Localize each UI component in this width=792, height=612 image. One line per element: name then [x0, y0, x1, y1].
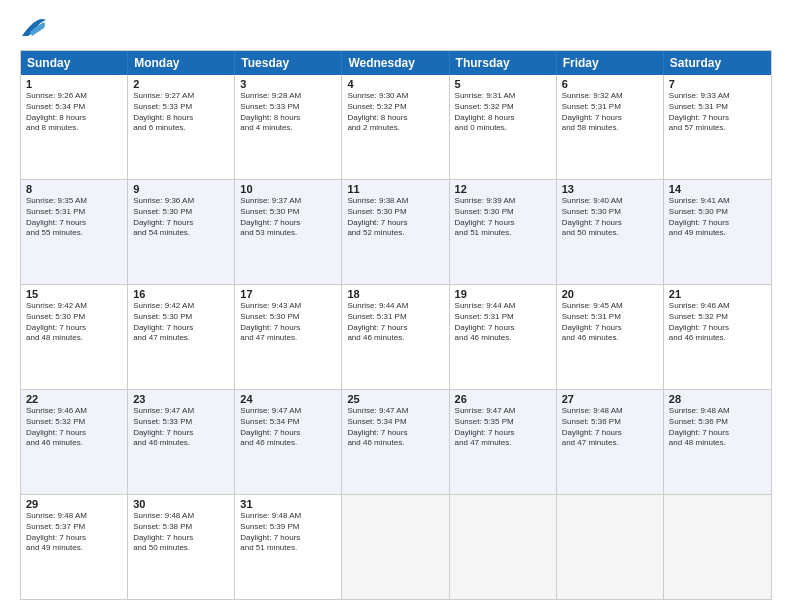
calendar-cell-23: 23Sunrise: 9:47 AMSunset: 5:33 PMDayligh… [128, 390, 235, 494]
calendar-cell-empty [342, 495, 449, 599]
day-number: 15 [26, 288, 122, 300]
calendar-cell-9: 9Sunrise: 9:36 AMSunset: 5:30 PMDaylight… [128, 180, 235, 284]
cell-info: Sunrise: 9:46 AMSunset: 5:32 PMDaylight:… [26, 406, 122, 449]
calendar-cell-30: 30Sunrise: 9:48 AMSunset: 5:38 PMDayligh… [128, 495, 235, 599]
day-number: 1 [26, 78, 122, 90]
calendar-row-1: 8Sunrise: 9:35 AMSunset: 5:31 PMDaylight… [21, 180, 771, 285]
calendar-cell-7: 7Sunrise: 9:33 AMSunset: 5:31 PMDaylight… [664, 75, 771, 179]
day-number: 19 [455, 288, 551, 300]
calendar-cell-19: 19Sunrise: 9:44 AMSunset: 5:31 PMDayligh… [450, 285, 557, 389]
day-number: 14 [669, 183, 766, 195]
cell-info: Sunrise: 9:44 AMSunset: 5:31 PMDaylight:… [347, 301, 443, 344]
day-number: 17 [240, 288, 336, 300]
cell-info: Sunrise: 9:32 AMSunset: 5:31 PMDaylight:… [562, 91, 658, 134]
header-day-saturday: Saturday [664, 51, 771, 75]
cell-info: Sunrise: 9:42 AMSunset: 5:30 PMDaylight:… [26, 301, 122, 344]
header-day-tuesday: Tuesday [235, 51, 342, 75]
logo-icon [20, 16, 50, 40]
cell-info: Sunrise: 9:33 AMSunset: 5:31 PMDaylight:… [669, 91, 766, 134]
calendar-cell-empty [450, 495, 557, 599]
day-number: 6 [562, 78, 658, 90]
cell-info: Sunrise: 9:31 AMSunset: 5:32 PMDaylight:… [455, 91, 551, 134]
day-number: 7 [669, 78, 766, 90]
day-number: 8 [26, 183, 122, 195]
calendar-row-2: 15Sunrise: 9:42 AMSunset: 5:30 PMDayligh… [21, 285, 771, 390]
cell-info: Sunrise: 9:30 AMSunset: 5:32 PMDaylight:… [347, 91, 443, 134]
day-number: 9 [133, 183, 229, 195]
calendar-cell-29: 29Sunrise: 9:48 AMSunset: 5:37 PMDayligh… [21, 495, 128, 599]
cell-info: Sunrise: 9:48 AMSunset: 5:36 PMDaylight:… [562, 406, 658, 449]
cell-info: Sunrise: 9:28 AMSunset: 5:33 PMDaylight:… [240, 91, 336, 134]
calendar-cell-31: 31Sunrise: 9:48 AMSunset: 5:39 PMDayligh… [235, 495, 342, 599]
calendar-cell-10: 10Sunrise: 9:37 AMSunset: 5:30 PMDayligh… [235, 180, 342, 284]
calendar-cell-15: 15Sunrise: 9:42 AMSunset: 5:30 PMDayligh… [21, 285, 128, 389]
day-number: 30 [133, 498, 229, 510]
cell-info: Sunrise: 9:41 AMSunset: 5:30 PMDaylight:… [669, 196, 766, 239]
cell-info: Sunrise: 9:48 AMSunset: 5:39 PMDaylight:… [240, 511, 336, 554]
cell-info: Sunrise: 9:36 AMSunset: 5:30 PMDaylight:… [133, 196, 229, 239]
cell-info: Sunrise: 9:46 AMSunset: 5:32 PMDaylight:… [669, 301, 766, 344]
calendar-cell-14: 14Sunrise: 9:41 AMSunset: 5:30 PMDayligh… [664, 180, 771, 284]
calendar-cell-1: 1Sunrise: 9:26 AMSunset: 5:34 PMDaylight… [21, 75, 128, 179]
calendar-row-4: 29Sunrise: 9:48 AMSunset: 5:37 PMDayligh… [21, 495, 771, 599]
day-number: 21 [669, 288, 766, 300]
day-number: 10 [240, 183, 336, 195]
cell-info: Sunrise: 9:42 AMSunset: 5:30 PMDaylight:… [133, 301, 229, 344]
cell-info: Sunrise: 9:43 AMSunset: 5:30 PMDaylight:… [240, 301, 336, 344]
cell-info: Sunrise: 9:47 AMSunset: 5:34 PMDaylight:… [347, 406, 443, 449]
calendar-cell-12: 12Sunrise: 9:39 AMSunset: 5:30 PMDayligh… [450, 180, 557, 284]
day-number: 13 [562, 183, 658, 195]
cell-info: Sunrise: 9:37 AMSunset: 5:30 PMDaylight:… [240, 196, 336, 239]
header-day-monday: Monday [128, 51, 235, 75]
calendar-cell-28: 28Sunrise: 9:48 AMSunset: 5:36 PMDayligh… [664, 390, 771, 494]
calendar-cell-25: 25Sunrise: 9:47 AMSunset: 5:34 PMDayligh… [342, 390, 449, 494]
calendar-cell-13: 13Sunrise: 9:40 AMSunset: 5:30 PMDayligh… [557, 180, 664, 284]
day-number: 31 [240, 498, 336, 510]
day-number: 29 [26, 498, 122, 510]
calendar-cell-22: 22Sunrise: 9:46 AMSunset: 5:32 PMDayligh… [21, 390, 128, 494]
calendar-row-0: 1Sunrise: 9:26 AMSunset: 5:34 PMDaylight… [21, 75, 771, 180]
calendar-cell-empty [664, 495, 771, 599]
day-number: 2 [133, 78, 229, 90]
calendar-body: 1Sunrise: 9:26 AMSunset: 5:34 PMDaylight… [21, 75, 771, 599]
day-number: 25 [347, 393, 443, 405]
cell-info: Sunrise: 9:48 AMSunset: 5:37 PMDaylight:… [26, 511, 122, 554]
cell-info: Sunrise: 9:26 AMSunset: 5:34 PMDaylight:… [26, 91, 122, 134]
cell-info: Sunrise: 9:48 AMSunset: 5:38 PMDaylight:… [133, 511, 229, 554]
cell-info: Sunrise: 9:45 AMSunset: 5:31 PMDaylight:… [562, 301, 658, 344]
calendar-cell-20: 20Sunrise: 9:45 AMSunset: 5:31 PMDayligh… [557, 285, 664, 389]
header-day-sunday: Sunday [21, 51, 128, 75]
day-number: 18 [347, 288, 443, 300]
cell-info: Sunrise: 9:38 AMSunset: 5:30 PMDaylight:… [347, 196, 443, 239]
calendar-cell-5: 5Sunrise: 9:31 AMSunset: 5:32 PMDaylight… [450, 75, 557, 179]
cell-info: Sunrise: 9:35 AMSunset: 5:31 PMDaylight:… [26, 196, 122, 239]
day-number: 4 [347, 78, 443, 90]
header-day-wednesday: Wednesday [342, 51, 449, 75]
calendar-header: SundayMondayTuesdayWednesdayThursdayFrid… [21, 51, 771, 75]
calendar-cell-17: 17Sunrise: 9:43 AMSunset: 5:30 PMDayligh… [235, 285, 342, 389]
cell-info: Sunrise: 9:47 AMSunset: 5:35 PMDaylight:… [455, 406, 551, 449]
day-number: 23 [133, 393, 229, 405]
calendar-cell-2: 2Sunrise: 9:27 AMSunset: 5:33 PMDaylight… [128, 75, 235, 179]
calendar-cell-11: 11Sunrise: 9:38 AMSunset: 5:30 PMDayligh… [342, 180, 449, 284]
calendar-cell-3: 3Sunrise: 9:28 AMSunset: 5:33 PMDaylight… [235, 75, 342, 179]
day-number: 3 [240, 78, 336, 90]
cell-info: Sunrise: 9:47 AMSunset: 5:33 PMDaylight:… [133, 406, 229, 449]
calendar-cell-21: 21Sunrise: 9:46 AMSunset: 5:32 PMDayligh… [664, 285, 771, 389]
day-number: 20 [562, 288, 658, 300]
day-number: 26 [455, 393, 551, 405]
calendar-cell-6: 6Sunrise: 9:32 AMSunset: 5:31 PMDaylight… [557, 75, 664, 179]
cell-info: Sunrise: 9:27 AMSunset: 5:33 PMDaylight:… [133, 91, 229, 134]
cell-info: Sunrise: 9:39 AMSunset: 5:30 PMDaylight:… [455, 196, 551, 239]
calendar-cell-16: 16Sunrise: 9:42 AMSunset: 5:30 PMDayligh… [128, 285, 235, 389]
logo [20, 16, 54, 40]
calendar-cell-18: 18Sunrise: 9:44 AMSunset: 5:31 PMDayligh… [342, 285, 449, 389]
calendar-cell-empty [557, 495, 664, 599]
calendar-cell-24: 24Sunrise: 9:47 AMSunset: 5:34 PMDayligh… [235, 390, 342, 494]
calendar: SundayMondayTuesdayWednesdayThursdayFrid… [20, 50, 772, 600]
day-number: 22 [26, 393, 122, 405]
calendar-cell-4: 4Sunrise: 9:30 AMSunset: 5:32 PMDaylight… [342, 75, 449, 179]
cell-info: Sunrise: 9:47 AMSunset: 5:34 PMDaylight:… [240, 406, 336, 449]
page: SundayMondayTuesdayWednesdayThursdayFrid… [0, 0, 792, 612]
day-number: 16 [133, 288, 229, 300]
